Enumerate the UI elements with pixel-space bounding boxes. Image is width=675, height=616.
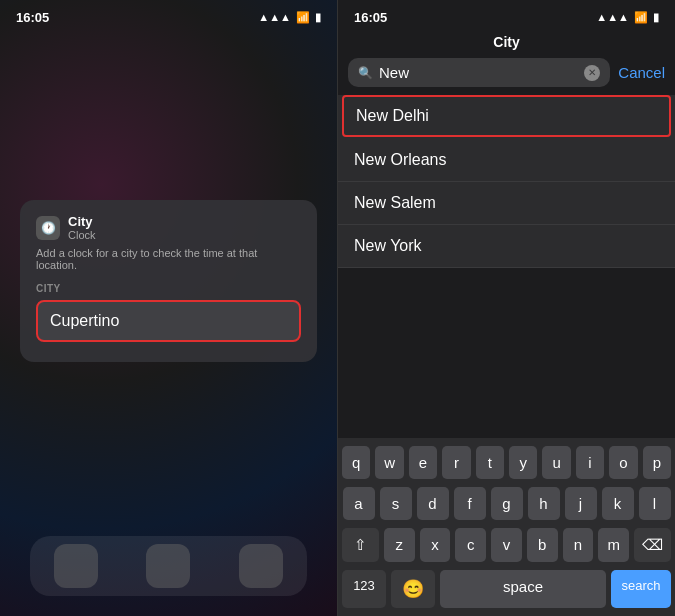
key-b[interactable]: b: [527, 528, 558, 562]
key-c[interactable]: c: [455, 528, 486, 562]
city-widget-card: 🕐 City Clock Add a clock for a city to c…: [20, 200, 317, 362]
right-battery-icon: ▮: [653, 11, 659, 24]
result-item-new-orleans[interactable]: New Orleans: [338, 139, 675, 182]
key-g[interactable]: g: [491, 487, 523, 520]
key-y[interactable]: y: [509, 446, 537, 479]
right-wifi-icon: 📶: [634, 11, 648, 24]
key-v[interactable]: v: [491, 528, 522, 562]
key-shift[interactable]: ⇧: [342, 528, 379, 562]
right-status-icons: ▲▲▲ 📶 ▮: [596, 11, 659, 24]
key-a[interactable]: a: [343, 487, 375, 520]
dock-icon-2[interactable]: [146, 544, 190, 588]
dock-icon-3[interactable]: [239, 544, 283, 588]
search-input-wrap[interactable]: 🔍 New ✕: [348, 58, 610, 87]
search-clear-button[interactable]: ✕: [584, 65, 600, 81]
key-z[interactable]: z: [384, 528, 415, 562]
right-status-bar: 16:05 ▲▲▲ 📶 ▮: [338, 0, 675, 28]
right-signal-icon: ▲▲▲: [596, 11, 629, 23]
dock: [30, 536, 307, 596]
key-123[interactable]: 123: [342, 570, 386, 608]
key-j[interactable]: j: [565, 487, 597, 520]
key-space[interactable]: space: [440, 570, 606, 608]
search-results-list: New Delhi New Orleans New Salem New York: [338, 95, 675, 268]
key-e[interactable]: e: [409, 446, 437, 479]
key-m[interactable]: m: [598, 528, 629, 562]
wifi-icon: 📶: [296, 11, 310, 24]
city-input-value: Cupertino: [50, 312, 119, 329]
search-magnifier-icon: 🔍: [358, 66, 373, 80]
key-u[interactable]: u: [542, 446, 570, 479]
city-label: CITY: [36, 283, 301, 294]
left-time: 16:05: [16, 10, 49, 25]
key-i[interactable]: i: [576, 446, 604, 479]
key-n[interactable]: n: [563, 528, 594, 562]
left-phone: 16:05 ▲▲▲ 📶 ▮ 🕐 City Clock Add a clock f…: [0, 0, 337, 616]
key-w[interactable]: w: [375, 446, 403, 479]
key-f[interactable]: f: [454, 487, 486, 520]
key-o[interactable]: o: [609, 446, 637, 479]
keyboard-row-2: a s d f g h j k l: [342, 487, 671, 520]
keyboard-bottom-row: 123 😊 space search: [342, 570, 671, 608]
key-r[interactable]: r: [442, 446, 470, 479]
key-q[interactable]: q: [342, 446, 370, 479]
widget-description: Add a clock for a city to check the time…: [36, 247, 301, 271]
keyboard: q w e r t y u i o p a s d f g h j k l ⇧ …: [338, 438, 675, 616]
result-item-new-salem[interactable]: New Salem: [338, 182, 675, 225]
dock-icon-1[interactable]: [54, 544, 98, 588]
battery-icon: ▮: [315, 11, 321, 24]
right-time: 16:05: [354, 10, 387, 25]
cancel-button[interactable]: Cancel: [618, 64, 665, 81]
city-page-header: City: [338, 28, 675, 58]
key-k[interactable]: k: [602, 487, 634, 520]
search-input-value[interactable]: New: [379, 64, 578, 81]
key-emoji[interactable]: 😊: [391, 570, 435, 608]
key-x[interactable]: x: [420, 528, 451, 562]
keyboard-row-1: q w e r t y u i o p: [342, 446, 671, 479]
key-search[interactable]: search: [611, 570, 671, 608]
result-item-new-york[interactable]: New York: [338, 225, 675, 268]
city-input-box[interactable]: Cupertino: [36, 300, 301, 342]
widget-title-block: City Clock: [68, 214, 96, 241]
signal-icon: ▲▲▲: [258, 11, 291, 23]
key-delete[interactable]: ⌫: [634, 528, 671, 562]
key-d[interactable]: d: [417, 487, 449, 520]
widget-subtitle: Clock: [68, 229, 96, 241]
widget-title: City: [68, 214, 96, 229]
key-p[interactable]: p: [643, 446, 671, 479]
key-l[interactable]: l: [639, 487, 671, 520]
keyboard-row-3: ⇧ z x c v b n m ⌫: [342, 528, 671, 562]
right-phone: 16:05 ▲▲▲ 📶 ▮ City 🔍 New ✕ Cancel New De…: [337, 0, 675, 616]
search-row: 🔍 New ✕ Cancel: [338, 58, 675, 87]
widget-header: 🕐 City Clock: [36, 214, 301, 241]
key-s[interactable]: s: [380, 487, 412, 520]
result-item-new-delhi[interactable]: New Delhi: [342, 95, 671, 137]
clock-icon: 🕐: [36, 216, 60, 240]
key-t[interactable]: t: [476, 446, 504, 479]
key-h[interactable]: h: [528, 487, 560, 520]
left-status-icons: ▲▲▲ 📶 ▮: [258, 11, 321, 24]
left-status-bar: 16:05 ▲▲▲ 📶 ▮: [0, 0, 337, 28]
